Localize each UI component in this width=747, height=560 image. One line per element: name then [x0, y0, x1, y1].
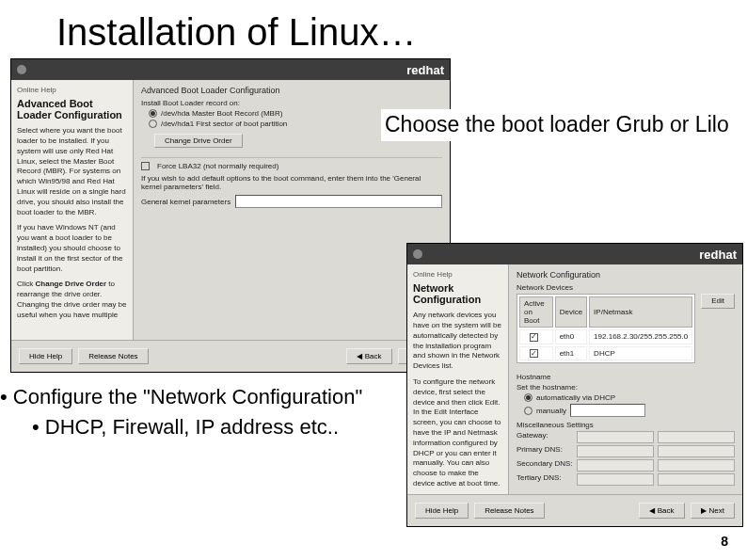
radio-label: automatically via DHCP: [536, 393, 615, 402]
secondary-dns-input[interactable]: [577, 459, 654, 472]
primary-dns-input[interactable]: [658, 445, 735, 457]
back-arrow-icon: ◀: [649, 506, 655, 515]
field-label: Primary DNS:: [517, 445, 573, 457]
bottom-bar: Hide Help Release Notes ◀Back ▶Next: [407, 494, 742, 526]
ip-cell: DHCP: [589, 346, 692, 361]
label: Hide Help: [425, 506, 458, 515]
misc-label: Miscellaneous Settings: [517, 421, 735, 429]
radio-label: /dev/hda1 First sector of boot partition: [161, 120, 287, 128]
field-label: Secondary DNS:: [517, 459, 573, 472]
label: Back: [658, 506, 675, 515]
sub-heading: Install Boot Loader record on:: [141, 99, 442, 107]
radio-icon: [524, 407, 532, 415]
hide-help-button[interactable]: Hide Help: [415, 503, 469, 519]
slide-title: Installation of Linux…: [56, 11, 416, 54]
misc-settings-grid: Gateway: Primary DNS: Secondary DNS: Ter…: [517, 431, 735, 486]
help-heading: Advanced Boot Loader Configuration: [17, 98, 127, 120]
help-pane: Online Help Network Configuration Any ne…: [407, 264, 509, 494]
tertiary-dns-input[interactable]: [658, 473, 735, 486]
label: Hide Help: [29, 352, 62, 360]
checkbox-icon: [141, 162, 150, 170]
help-header: Online Help: [17, 86, 127, 94]
annotation-network: • Configure the "Network Configuration" …: [0, 382, 362, 442]
kernel-params-input[interactable]: [235, 195, 442, 208]
edit-button[interactable]: Edit: [701, 294, 735, 309]
label: Back: [365, 352, 382, 360]
hostname-input[interactable]: [570, 404, 645, 417]
primary-dns-input[interactable]: [577, 445, 654, 457]
hostname-label: Hostname: [517, 373, 735, 381]
brand-label: redhat: [699, 248, 737, 262]
param-hint: If you wish to add default options to th…: [141, 174, 442, 191]
help-pane: Online Help Advanced Boot Loader Configu…: [11, 80, 134, 340]
release-notes-button[interactable]: Release Notes: [78, 348, 148, 364]
text: Change Drive Order: [36, 280, 107, 288]
help-para: Click Change Drive Order to rearrange th…: [17, 280, 127, 320]
label: Release Notes: [88, 352, 137, 360]
force-lba-checkbox[interactable]: Force LBA32 (not normally required): [141, 162, 442, 170]
device-cell: eth0: [555, 329, 587, 344]
device-cell: eth1: [555, 346, 587, 361]
checkbox-label: Force LBA32 (not normally required): [157, 162, 278, 170]
devices-label: Network Devices: [517, 283, 735, 292]
window-titlebar: redhat: [407, 244, 742, 264]
bullet-line: • Configure the "Network Configuration": [0, 382, 362, 412]
hostname-manual-radio[interactable]: manually: [524, 404, 735, 417]
next-button[interactable]: ▶Next: [691, 503, 735, 519]
divider: [141, 157, 442, 158]
help-para: To configure the network device, first s…: [413, 377, 502, 489]
col-header[interactable]: Device: [555, 296, 587, 328]
radio-icon: [524, 393, 532, 402]
page-number: 8: [721, 534, 728, 549]
redhat-logo-icon: [17, 65, 26, 74]
ip-cell: 192.168.2.30/255.255.255.0: [589, 329, 692, 344]
tertiary-dns-input[interactable]: [577, 473, 654, 486]
checkbox-icon[interactable]: [530, 333, 538, 342]
field-label: Gateway:: [517, 431, 573, 443]
radio-icon: [149, 120, 157, 128]
back-button[interactable]: ◀Back: [346, 348, 392, 364]
redhat-logo-icon: [413, 249, 422, 259]
checkbox-icon[interactable]: [530, 349, 538, 358]
brand-label: redhat: [406, 63, 444, 77]
text: Click: [17, 280, 36, 288]
gateway-input[interactable]: [658, 431, 735, 443]
annotation-boot-loader: Choose the boot loader Grub or Lilo: [381, 109, 733, 141]
panel-heading: Advanced Boot Loader Configuration: [141, 86, 442, 95]
help-para: If you have Windows NT (and you want a b…: [17, 223, 127, 274]
col-header[interactable]: Active on Boot: [519, 296, 553, 328]
radio-label: /dev/hda Master Boot Record (MBR): [161, 109, 282, 118]
param-label: General kernel parameters: [141, 198, 230, 206]
label: Next: [709, 506, 724, 515]
boot-loader-screenshot: redhat Online Help Advanced Boot Loader …: [10, 58, 451, 373]
col-header[interactable]: IP/Netmask: [589, 296, 692, 328]
main-pane: Network Configuration Network Devices Ac…: [509, 264, 742, 494]
secondary-dns-input[interactable]: [658, 459, 735, 472]
radio-label: manually: [536, 407, 566, 415]
bottom-bar: Hide Help Release Notes ◀Back ▶Next: [11, 340, 450, 372]
bullet-line: • DHCP, Firewall, IP address etc..: [32, 412, 362, 442]
table-row[interactable]: eth0 192.168.2.30/255.255.255.0: [519, 329, 692, 344]
network-config-screenshot: redhat Online Help Network Configuration…: [406, 243, 743, 527]
back-arrow-icon: ◀: [357, 352, 362, 360]
help-heading: Network Configuration: [413, 282, 502, 305]
label: Release Notes: [485, 506, 533, 515]
network-devices-table: Active on Boot Device IP/Netmask eth0 19…: [517, 294, 695, 363]
radio-icon: [149, 109, 157, 118]
hide-help-button[interactable]: Hide Help: [19, 348, 72, 364]
gateway-input[interactable]: [577, 431, 654, 443]
back-button[interactable]: ◀Back: [639, 503, 685, 519]
help-para: Any network devices you have on the syst…: [413, 311, 502, 372]
next-arrow-icon: ▶: [701, 506, 707, 515]
panel-heading: Network Configuration: [517, 270, 735, 280]
hostname-sub: Set the hostname:: [517, 383, 735, 392]
help-para: Select where you want the boot loader to…: [17, 126, 127, 217]
release-notes-button[interactable]: Release Notes: [474, 503, 544, 519]
window-titlebar: redhat: [11, 59, 450, 80]
hostname-auto-radio[interactable]: automatically via DHCP: [524, 393, 735, 402]
change-drive-order-button[interactable]: Change Drive Order: [154, 134, 243, 148]
field-label: Tertiary DNS:: [517, 473, 573, 486]
table-row[interactable]: eth1 DHCP: [519, 346, 692, 361]
help-header: Online Help: [413, 270, 502, 279]
